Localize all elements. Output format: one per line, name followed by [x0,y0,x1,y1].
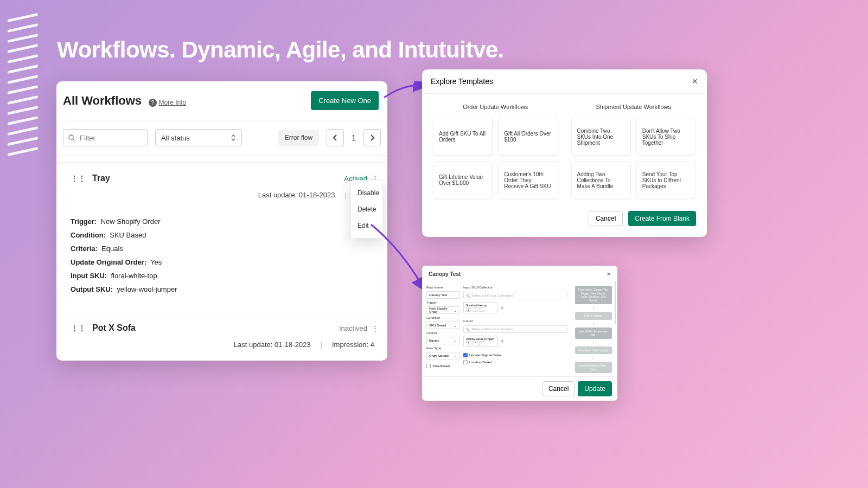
flow-name-field[interactable]: Canopy Test [426,291,460,299]
remove-chip-icon[interactable]: ✕ [501,339,504,344]
qty-up-icon[interactable]: ˄ [473,307,478,312]
create-from-blank-button[interactable]: Create From Blank [628,211,696,226]
help-icon: ? [149,99,157,107]
output-sku-chip[interactable]: yellow-wool-jumper 1˄˅ ✕ [463,336,498,347]
workflow-name: Tray [92,174,110,183]
status-select[interactable]: All status [155,129,242,146]
workflow-name: Pot X Sofa [92,323,136,333]
menu-delete[interactable]: Delete [351,201,382,217]
preview-node: Criteria: Equals [575,312,612,320]
next-page-button[interactable] [363,129,381,146]
select-caret-icon [231,134,236,142]
drag-icon[interactable]: ⋮⋮ [71,324,86,332]
cancel-button[interactable]: Cancel [542,381,575,396]
qty-value: 1 [466,307,471,312]
last-update: Last update: 01-18-2023 [234,341,311,349]
status-badge: Inactived [339,324,367,332]
filter-input[interactable] [63,129,148,146]
panel-title: All Workflows [63,94,142,107]
template-tile[interactable]: Add Gift SKU To All Orders [433,118,493,156]
last-update: Last update: 01-18-2023 [258,191,335,199]
preview-node: Input SKUs: floral-white-top [575,328,612,339]
chevron-right-icon [369,134,375,141]
menu-disable[interactable]: Disable [351,185,382,201]
template-tile[interactable]: Combine Two SKUs Into One Shipment [571,118,631,156]
flow-type-label: Flow Type [426,346,460,350]
close-button[interactable]: ✕ [607,271,611,277]
flow-preview-column: Flow Name: Canopy Test Trigger: New Shop… [571,286,613,373]
create-new-button[interactable]: Create New One [311,91,379,110]
editor-title: Canopy Test [429,271,461,277]
svg-line-1 [73,139,74,140]
condition-select[interactable]: SKU Based⌄ [426,322,460,329]
search-icon [67,133,76,142]
workflow-editor-modal: Canopy Test ✕ Flow Name Canopy Test Trig… [422,266,617,401]
template-tile[interactable]: Customer's 10th Order They Receive A Gif… [498,161,558,199]
preview-node: Flow Type: Order Update [575,346,612,355]
prev-page-button[interactable] [327,129,344,146]
input-sku-search[interactable]: 🔍Select a SKUs or Collections [463,292,567,299]
error-flow-button[interactable]: Error flow [278,130,319,146]
svg-point-0 [69,135,73,139]
chevron-left-icon [333,134,338,141]
scrollbar[interactable] [615,281,616,324]
all-workflows-panel: All Workflows ? More Info Create New One… [56,81,387,361]
column-heading-order: Order Update Workflows [433,104,558,110]
decorative-stripes [8,16,38,153]
card-menu-button[interactable]: ⋮ [372,324,379,332]
arrow-to-editor [369,222,429,293]
close-button[interactable]: ✕ [692,77,698,86]
template-tile[interactable]: Adding Two Collections To Make A Bundle [571,161,631,199]
time-based-checkbox[interactable] [426,364,431,368]
qty-down-icon[interactable]: ˅ [479,307,484,312]
criteria-select[interactable]: Equals⌄ [426,337,460,344]
page-headline: Workflows. Dynamic, Agile, and Intutuitv… [57,37,504,63]
drag-icon[interactable]: ⋮⋮ [71,174,86,183]
update-button[interactable]: Update [578,381,612,396]
template-tile[interactable]: Send Your Top SKUs In Diffrent Packages [636,161,696,199]
explore-templates-modal: Explore Templates ✕ Order Update Workflo… [422,69,707,237]
qty-down-icon[interactable]: ˅ [479,341,484,345]
input-sku-chip[interactable]: floral-white-top 1˄˅ ✕ [463,302,498,313]
location-based-checkbox[interactable] [463,360,468,364]
trigger-select[interactable]: New Shopify Order⌄ [426,306,460,314]
page-number: 1 [348,133,359,142]
cancel-button[interactable]: Cancel [589,211,623,226]
template-tile[interactable]: Gift All Orders Over $100 [498,118,558,156]
template-tile[interactable]: Don't Allow Two SKUs To Ship Together [636,118,696,156]
template-tile[interactable]: Gift Lifetime Value Over $1,000 [433,161,493,199]
workflow-card-tray: ⋮⋮ Tray Actived ⋮ Last update: 01-18-202… [56,162,387,305]
input-sku-label: Input SKU/Collection [463,286,567,289]
output-sku-search[interactable]: 🔍Select a SKUs or Collections [463,325,567,333]
flow-name-label: Flow Name [426,286,460,289]
update-original-checkbox[interactable] [463,353,468,357]
qty-up-icon[interactable]: ˄ [473,341,478,345]
condition-label: Condition [426,316,460,319]
workflow-card-potxsofa: ⋮⋮ Pot X Sofa Inactived ⋮ Last update: 0… [56,312,387,361]
column-heading-shipment: Shipment Update Workflows [571,104,697,110]
output-label: Output [463,319,567,323]
more-info-link[interactable]: ? More Info [149,99,187,107]
search-icon: 🔍 [466,328,470,331]
remove-chip-icon[interactable]: ✕ [501,306,504,310]
modal-title: Explore Templates [431,77,493,86]
impression-count: Impression: 4 [332,341,374,349]
preview-node: Flow Name: Canopy Test Trigger: New Shop… [575,286,612,304]
criteria-label: Criteria [426,331,460,335]
flow-type-select[interactable]: Order Update⌄ [426,352,460,359]
qty-value: 1 [466,341,471,345]
arrow-to-templates [383,81,426,103]
trigger-label: Trigger [426,301,460,304]
preview-node: Update Original Order: Yes [575,362,612,373]
search-icon: 🔍 [466,294,470,298]
